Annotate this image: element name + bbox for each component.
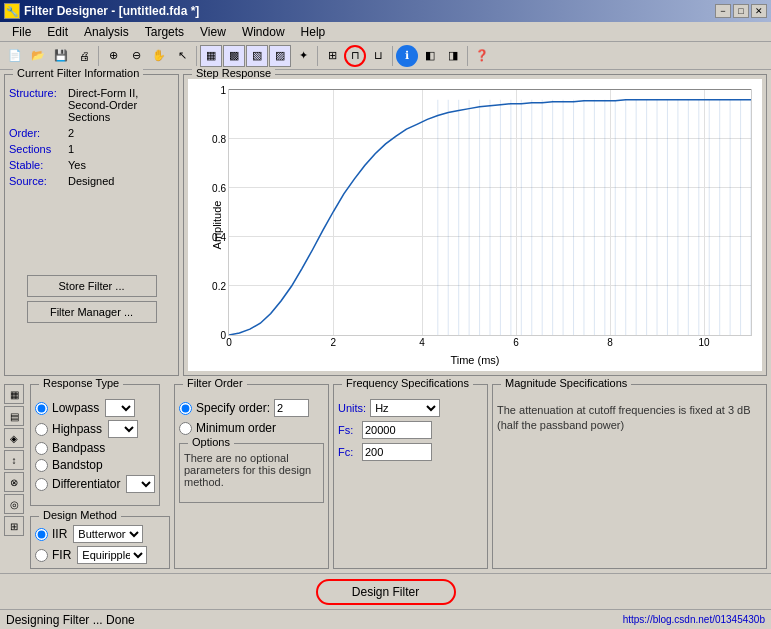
y-tick-08: 0.8 bbox=[212, 134, 229, 145]
toolbar-zoom-out[interactable]: ⊖ bbox=[125, 45, 147, 67]
filter-info-panel: Current Filter Information Structure: Di… bbox=[4, 74, 179, 376]
design-filter-button[interactable]: Design Filter bbox=[316, 579, 456, 605]
menu-targets[interactable]: Targets bbox=[137, 23, 192, 41]
highpass-label: Highpass bbox=[52, 422, 102, 436]
toolbar-pan[interactable]: ✋ bbox=[148, 45, 170, 67]
fir-option: FIR Equiripple Window bbox=[35, 546, 165, 564]
menu-analysis[interactable]: Analysis bbox=[76, 23, 137, 41]
toolbar-fda2[interactable]: ▩ bbox=[223, 45, 245, 67]
response-type-panel: Response Type Lowpass Highpass bbox=[30, 384, 160, 506]
menu-help[interactable]: Help bbox=[293, 23, 334, 41]
toolbar-fda8[interactable]: ⊔ bbox=[367, 45, 389, 67]
fir-radio[interactable] bbox=[35, 549, 48, 562]
bandstop-radio[interactable] bbox=[35, 459, 48, 472]
side-btn-6[interactable]: ◎ bbox=[4, 494, 24, 514]
bottom-section: ▦ ▤ ◈ ↕ ⊗ ◎ ⊞ Response Type Lowpass bbox=[0, 380, 771, 573]
toolbar-fda3[interactable]: ▧ bbox=[246, 45, 268, 67]
x-tick-10: 10 bbox=[698, 335, 709, 348]
specify-order-input[interactable] bbox=[274, 399, 309, 417]
side-btn-7[interactable]: ⊞ bbox=[4, 516, 24, 536]
bandpass-radio[interactable] bbox=[35, 442, 48, 455]
maximize-button[interactable]: □ bbox=[733, 4, 749, 18]
toolbar-fda4[interactable]: ▨ bbox=[269, 45, 291, 67]
side-panel: ▦ ▤ ◈ ↕ ⊗ ◎ ⊞ bbox=[4, 384, 26, 569]
units-select[interactable]: Hz kHz rad/s normalized bbox=[370, 399, 440, 417]
side-btn-1[interactable]: ▦ bbox=[4, 384, 24, 404]
menu-window[interactable]: Window bbox=[234, 23, 293, 41]
toolbar-fda5[interactable]: ✦ bbox=[292, 45, 314, 67]
step-response-title: Step Response bbox=[192, 67, 275, 79]
fs-label: Fs: bbox=[338, 424, 358, 436]
toolbar-fda7-highlighted[interactable]: ⊓ bbox=[344, 45, 366, 67]
filter-manager-button[interactable]: Filter Manager ... bbox=[27, 301, 157, 323]
side-btn-3[interactable]: ◈ bbox=[4, 428, 24, 448]
fir-method-select[interactable]: Equiripple Window bbox=[77, 546, 147, 564]
top-section: Current Filter Information Structure: Di… bbox=[0, 70, 771, 380]
freq-spec-title: Frequency Specifications bbox=[342, 377, 473, 389]
menu-view[interactable]: View bbox=[192, 23, 234, 41]
toolbar-save[interactable]: 💾 bbox=[50, 45, 72, 67]
minimize-button[interactable]: − bbox=[715, 4, 731, 18]
filter-order-row: Order: 2 bbox=[9, 127, 174, 139]
iir-radio[interactable] bbox=[35, 528, 48, 541]
options-subpanel: Options There are no optional parameters… bbox=[179, 443, 324, 503]
minimum-order-label: Minimum order bbox=[196, 421, 276, 435]
design-filter-row: Design Filter bbox=[0, 573, 771, 609]
side-btn-5[interactable]: ⊗ bbox=[4, 472, 24, 492]
side-btn-4[interactable]: ↕ bbox=[4, 450, 24, 470]
toolbar-sep-4 bbox=[392, 46, 393, 66]
filter-info-content: Structure: Direct-Form II, Second-Order … bbox=[9, 87, 174, 187]
response-type-options: Lowpass Highpass Bandpas bbox=[35, 399, 155, 493]
store-filter-button[interactable]: Store Filter ... bbox=[27, 275, 157, 297]
window-title: Filter Designer - [untitled.fda *] bbox=[24, 4, 199, 18]
lowpass-select[interactable] bbox=[105, 399, 135, 417]
design-method-title: Design Method bbox=[39, 509, 121, 521]
fc-input[interactable]: 200 bbox=[362, 443, 432, 461]
specify-order-radio[interactable] bbox=[179, 402, 192, 415]
differentiator-select[interactable] bbox=[126, 475, 155, 493]
fs-input[interactable]: 20000 bbox=[362, 421, 432, 439]
lowpass-label: Lowpass bbox=[52, 401, 99, 415]
fc-label: Fc: bbox=[338, 446, 358, 458]
options-title: Options bbox=[188, 436, 234, 448]
toolbar: 📄 📂 💾 🖨 ⊕ ⊖ ✋ ↖ ▦ ▩ ▧ ▨ ✦ ⊞ ⊓ ⊔ ℹ ◧ ◨ ❓ bbox=[0, 42, 771, 70]
step-response-panel: Step Response Amplitude 0 0.2 0.4 0.6 0.… bbox=[183, 74, 767, 376]
source-label: Source: bbox=[9, 175, 64, 187]
step-response-curve bbox=[229, 90, 751, 335]
lowpass-radio[interactable] bbox=[35, 402, 48, 415]
toolbar-fda1[interactable]: ▦ bbox=[200, 45, 222, 67]
side-btn-2[interactable]: ▤ bbox=[4, 406, 24, 426]
toolbar-help[interactable]: ❓ bbox=[471, 45, 493, 67]
x-tick-6: 6 bbox=[513, 335, 519, 348]
toolbar-fda11[interactable]: ◨ bbox=[442, 45, 464, 67]
specify-order-label: Specify order: bbox=[196, 401, 270, 415]
toolbar-pointer[interactable]: ↖ bbox=[171, 45, 193, 67]
filter-source-row: Source: Designed bbox=[9, 175, 174, 187]
toolbar-print[interactable]: 🖨 bbox=[73, 45, 95, 67]
highpass-radio[interactable] bbox=[35, 423, 48, 436]
minimum-order-radio[interactable] bbox=[179, 422, 192, 435]
toolbar-new[interactable]: 📄 bbox=[4, 45, 26, 67]
toolbar-zoom-in[interactable]: ⊕ bbox=[102, 45, 124, 67]
filter-order-title: Filter Order bbox=[183, 377, 247, 389]
highpass-select[interactable] bbox=[108, 420, 138, 438]
status-link[interactable]: https://blog.csdn.net/01345430b bbox=[623, 614, 765, 625]
menu-bar: File Edit Analysis Targets View Window H… bbox=[0, 22, 771, 42]
bandpass-option: Bandpass bbox=[35, 441, 155, 455]
iir-method-select[interactable]: Butterworth Chebyshev I Chebyshev II Ell… bbox=[73, 525, 143, 543]
window-controls: − □ ✕ bbox=[715, 4, 767, 18]
fc-row: Fc: 200 bbox=[338, 443, 483, 461]
menu-file[interactable]: File bbox=[4, 23, 39, 41]
toolbar-fda6[interactable]: ⊞ bbox=[321, 45, 343, 67]
toolbar-open[interactable]: 📂 bbox=[27, 45, 49, 67]
menu-edit[interactable]: Edit bbox=[39, 23, 76, 41]
order-value: 2 bbox=[68, 127, 74, 139]
close-button[interactable]: ✕ bbox=[751, 4, 767, 18]
toolbar-fda10[interactable]: ◧ bbox=[419, 45, 441, 67]
mag-spec-text: The attenuation at cutoff frequencies is… bbox=[497, 403, 762, 434]
response-type-title: Response Type bbox=[39, 377, 123, 389]
source-value: Designed bbox=[68, 175, 114, 187]
differentiator-option: Differentiator bbox=[35, 475, 155, 493]
differentiator-radio[interactable] bbox=[35, 478, 48, 491]
toolbar-info[interactable]: ℹ bbox=[396, 45, 418, 67]
